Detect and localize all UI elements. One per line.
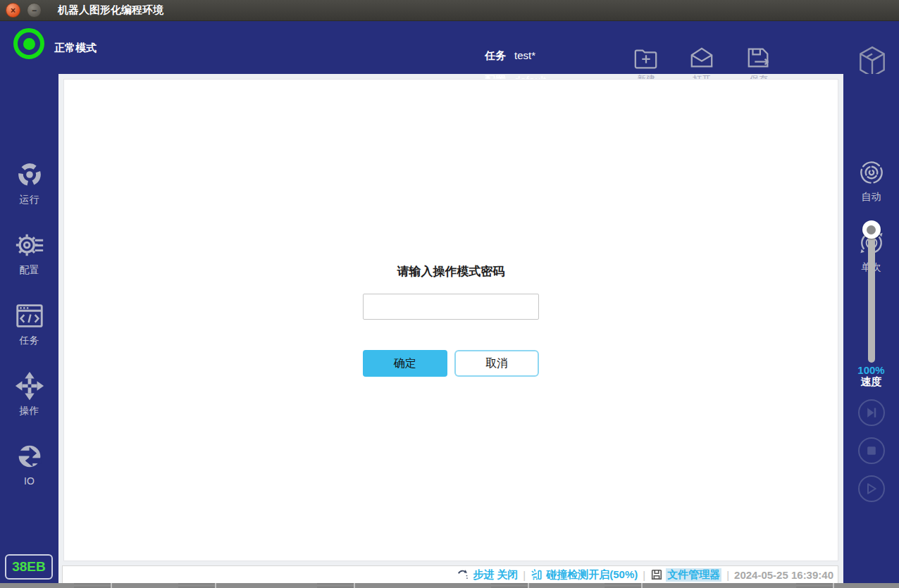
step-arrow-icon xyxy=(457,568,470,581)
task-key: 任务 xyxy=(485,49,506,61)
open-mail-icon xyxy=(688,46,715,71)
speed-slider-track[interactable] xyxy=(868,225,875,363)
ok-button[interactable]: 确定 xyxy=(363,350,447,377)
run-label: 运行 xyxy=(20,194,39,205)
collision-detect-label: 碰撞检测开启(50%) xyxy=(546,568,638,582)
strip-tile xyxy=(74,583,112,588)
config-gear-icon xyxy=(13,229,46,261)
mode-indicator-icon[interactable] xyxy=(13,28,44,59)
separator: | xyxy=(726,569,729,581)
stop-button[interactable] xyxy=(858,437,885,464)
sidebar-item-operate[interactable]: 操作 xyxy=(0,370,58,418)
occluded-bottom-panel xyxy=(0,583,899,588)
sidebar-item-auto[interactable]: 自动 xyxy=(843,157,899,204)
separator: | xyxy=(523,569,526,581)
run-icon xyxy=(13,158,46,191)
task-value: test* xyxy=(514,49,535,61)
strip-tile xyxy=(491,583,529,588)
auto-mode-icon xyxy=(856,157,887,188)
close-icon[interactable]: × xyxy=(6,3,20,18)
play-button[interactable] xyxy=(858,475,885,502)
strip-tile xyxy=(796,583,834,588)
sidebar-item-io[interactable]: IO xyxy=(0,440,58,487)
app-window: × − 机器人图形化编程环境 正常模式 任务test* 配置default 新建… xyxy=(0,0,899,588)
password-input[interactable] xyxy=(363,294,539,320)
collision-detect-item[interactable]: 碰撞检测开启(50%) xyxy=(531,568,638,582)
step-mode-item[interactable]: 步进 关闭 xyxy=(457,568,518,582)
strip-tile xyxy=(317,583,355,588)
app-header: 正常模式 任务test* 配置default 新建 打开 xyxy=(0,21,899,74)
speed-slider-knob[interactable] xyxy=(862,220,881,239)
file-manager-disk-icon xyxy=(650,568,663,581)
io-icon xyxy=(13,440,46,473)
operate-label: 操作 xyxy=(20,405,39,416)
window-title: 机器人图形化编程环境 xyxy=(58,4,163,17)
new-folder-icon xyxy=(633,46,659,71)
task-row: 任务test* xyxy=(485,49,535,63)
strip-tile xyxy=(604,583,643,588)
separator: | xyxy=(643,569,645,581)
step-forward-button[interactable] xyxy=(858,399,885,426)
move-arrows-icon xyxy=(13,370,46,402)
sidebar-item-config[interactable]: 配置 xyxy=(0,229,58,277)
sidebar-item-task[interactable]: 任务 xyxy=(0,299,58,347)
status-code-badge: 38EB xyxy=(5,554,53,580)
task-code-icon xyxy=(13,299,46,332)
play-icon xyxy=(864,482,879,496)
auto-label: 自动 xyxy=(862,191,881,202)
strip-tile xyxy=(178,583,216,588)
right-sidebar: 自动 1 单次 100% 速度 xyxy=(843,74,899,583)
config-label: 配置 xyxy=(20,264,39,275)
file-manager-label: 文件管理器 xyxy=(666,568,721,582)
left-sidebar: 运行 配置 任务 xyxy=(0,74,58,583)
stop-icon xyxy=(864,444,879,458)
titlebar: × − 机器人图形化编程环境 xyxy=(0,0,899,21)
collision-icon xyxy=(531,568,543,581)
step-mode-label: 步进 关闭 xyxy=(473,568,518,582)
main-panel xyxy=(63,79,838,561)
speed-percent: 100% xyxy=(843,364,899,376)
mode-label: 正常模式 xyxy=(54,42,97,55)
file-manager-item[interactable]: 文件管理器 xyxy=(650,568,721,582)
statusbar: 步进 关闭 | 碰撞检测开启(50%) | 文件管理器 | 2024-05-25… xyxy=(62,565,838,584)
sidebar-item-run[interactable]: 运行 xyxy=(0,158,58,206)
cancel-button[interactable]: 取消 xyxy=(454,350,539,377)
task-label: 任务 xyxy=(20,334,39,346)
skip-icon xyxy=(864,406,879,420)
password-prompt: 请输入操作模式密码 xyxy=(310,263,592,280)
save-disk-icon xyxy=(745,46,772,71)
clock-timestamp: 2024-05-25 16:39:40 xyxy=(734,569,833,581)
io-label: IO xyxy=(24,475,35,487)
minimize-icon[interactable]: − xyxy=(27,3,42,18)
speed-label: 速度 xyxy=(843,375,899,389)
